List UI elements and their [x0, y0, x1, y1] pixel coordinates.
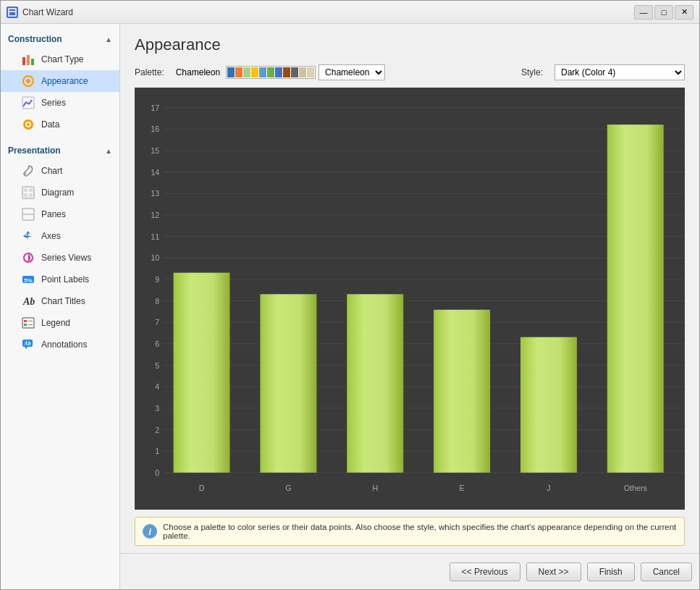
wrench-icon: [21, 164, 35, 178]
svg-rect-17: [24, 193, 28, 197]
bar-E: [434, 310, 490, 473]
svg-text:10: 10: [151, 253, 159, 262]
swatch-5: [259, 67, 266, 77]
sidebar-item-appearance[interactable]: Appearance: [1, 70, 119, 92]
svg-rect-16: [29, 188, 33, 192]
svg-marker-21: [26, 231, 30, 240]
sidebar-item-data[interactable]: Data: [1, 114, 119, 135]
close-button[interactable]: ✕: [675, 5, 693, 20]
chart-svg: 0 1 2 3 4 5 6 7 8 9 10 11 12 13: [135, 88, 685, 510]
bar-G: [260, 294, 316, 472]
svg-rect-15: [24, 188, 28, 192]
data-icon: [21, 117, 35, 132]
page-title: Appearance: [135, 35, 685, 54]
next-button[interactable]: Next >>: [526, 562, 581, 581]
swatch-2: [235, 67, 243, 77]
svg-text:9: 9: [155, 275, 159, 284]
chart-titles-icon: Ab: [21, 294, 35, 308]
swatch-7: [275, 67, 282, 77]
palette-label: Palette:: [135, 67, 164, 77]
appearance-icon: [21, 74, 35, 88]
bar-H: [347, 294, 403, 472]
point-labels-label: Point Labels: [41, 274, 89, 285]
chart-titles-label: Chart Titles: [41, 296, 85, 306]
series-icon: [21, 96, 35, 110]
swatch-6: [267, 67, 274, 77]
annotations-icon: Ab: [21, 337, 35, 352]
window-body: Construction ▲ Chart Type: [1, 24, 699, 589]
legend-icon: [21, 316, 35, 330]
info-icon: i: [143, 524, 157, 539]
svg-text:Ab: Ab: [22, 296, 35, 307]
sidebar-section-construction[interactable]: Construction ▲: [1, 30, 119, 49]
series-views-label: Series Views: [41, 253, 91, 263]
sidebar-item-panes[interactable]: Panes: [1, 203, 119, 225]
sidebar-item-series-views[interactable]: Series Views: [1, 247, 119, 269]
finish-button[interactable]: Finish: [587, 562, 635, 581]
swatch-1: [227, 67, 235, 77]
svg-line-7: [23, 102, 26, 106]
minimize-button[interactable]: —: [634, 5, 653, 20]
appearance-label: Appearance: [41, 76, 88, 86]
svg-text:14: 14: [151, 167, 159, 176]
svg-text:J: J: [547, 484, 550, 492]
legend-label: Legend: [41, 318, 70, 328]
style-dropdown[interactable]: Dark (Color 4) Light (Color 1) Light (Co…: [554, 64, 685, 80]
chart-label: Chart: [41, 166, 62, 176]
sidebar-item-point-labels[interactable]: 5% Point Labels: [1, 269, 119, 290]
svg-text:4: 4: [155, 382, 159, 391]
presentation-label: Presentation: [8, 146, 61, 156]
svg-text:17: 17: [151, 103, 159, 111]
svg-line-9: [29, 100, 32, 104]
title-bar: Chart Wizard — □ ✕: [1, 1, 699, 24]
cancel-button[interactable]: Cancel: [641, 562, 692, 581]
diagram-label: Diagram: [41, 187, 74, 198]
svg-text:8: 8: [155, 296, 159, 305]
chart-type-label: Chart Type: [41, 54, 83, 64]
palette-display: Chameleon Ch: [176, 64, 385, 80]
annotations-label: Annotations: [41, 340, 87, 350]
window-title: Chart Wizard: [22, 7, 634, 17]
sidebar-item-chart[interactable]: Chart: [1, 160, 119, 182]
sidebar-item-axes[interactable]: Axes: [1, 225, 119, 247]
svg-rect-3: [27, 55, 30, 65]
swatch-3: [243, 67, 250, 77]
svg-text:G: G: [285, 484, 291, 492]
svg-point-13: [27, 123, 30, 126]
chevron-up-icon: ▲: [105, 35, 112, 43]
sidebar-item-annotations[interactable]: Ab Annotations: [1, 334, 119, 355]
axes-icon: [21, 229, 35, 243]
swatch-8: [283, 67, 290, 77]
bar-chart-icon: [21, 52, 35, 67]
svg-text:7: 7: [155, 318, 159, 326]
svg-text:3: 3: [155, 404, 159, 413]
svg-rect-30: [24, 324, 27, 326]
window-controls: — □ ✕: [634, 5, 693, 20]
previous-button[interactable]: << Previous: [450, 562, 520, 581]
info-text: Choose a palette to color series or thei…: [163, 523, 677, 540]
maximize-button[interactable]: □: [654, 5, 673, 20]
sidebar-item-chart-type[interactable]: Chart Type: [1, 49, 119, 70]
bar-others: [607, 125, 664, 473]
sidebar-item-chart-titles[interactable]: Ab Chart Titles: [1, 290, 119, 312]
presentation-chevron-icon: ▲: [105, 147, 112, 155]
svg-text:6: 6: [155, 340, 159, 348]
panes-label: Panes: [41, 209, 66, 219]
svg-point-6: [26, 79, 30, 83]
sidebar-item-series[interactable]: Series: [1, 92, 119, 114]
chart-wizard-window: Chart Wizard — □ ✕ Construction ▲: [0, 0, 700, 590]
swatch-11: [307, 67, 314, 77]
info-bar: i Choose a palette to color series or th…: [135, 517, 685, 546]
swatch-10: [299, 67, 306, 77]
svg-text:13: 13: [151, 189, 159, 198]
data-label: Data: [41, 119, 59, 130]
palette-dropdown[interactable]: Chameleon: [319, 64, 385, 80]
swatch-9: [291, 67, 298, 77]
series-views-icon: [21, 250, 35, 265]
chart-preview: 0 1 2 3 4 5 6 7 8 9 10 11 12 13: [135, 88, 685, 510]
sidebar-item-diagram[interactable]: Diagram: [1, 182, 119, 203]
svg-rect-27: [22, 318, 34, 328]
sidebar-item-legend[interactable]: Legend: [1, 312, 119, 334]
svg-rect-28: [24, 320, 27, 322]
sidebar-section-presentation[interactable]: Presentation ▲: [1, 141, 119, 160]
